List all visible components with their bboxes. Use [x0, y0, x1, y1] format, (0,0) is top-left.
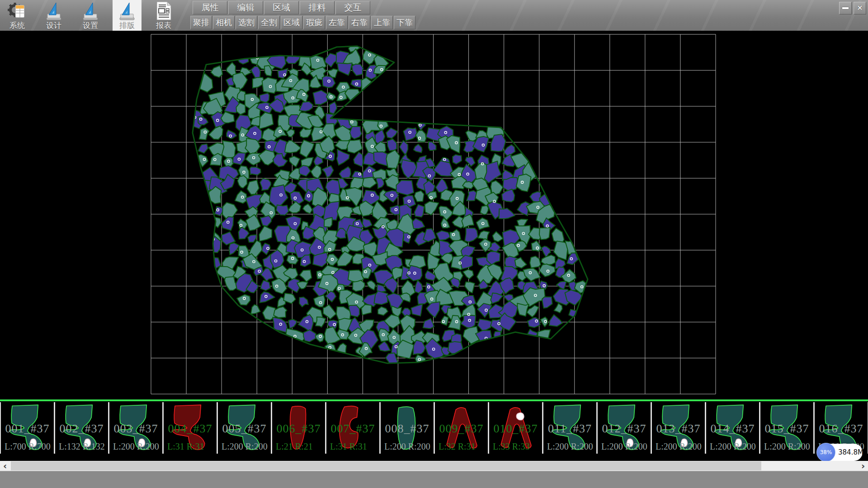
- piece-thumb-014_#37[interactable]: 014_#37L:200 R:200: [706, 402, 760, 454]
- nav-nesting-label: 排版: [119, 21, 135, 30]
- piece-lr-label: L:200 R:200: [113, 441, 164, 452]
- piece-lr-label: L:200 R:200: [547, 441, 598, 452]
- piece-id-label: 016_#37: [815, 422, 868, 436]
- piece-lr-label: L:700 R:700: [5, 441, 55, 452]
- tool-cluster-nest-button[interactable]: 聚排: [190, 16, 212, 29]
- tool-camera-button[interactable]: 相机: [213, 16, 235, 29]
- piece-lr-label: L:33 R:33: [493, 441, 543, 452]
- piece-lr-label: L:32 R:31: [439, 441, 489, 452]
- piece-thumb-008_#37[interactable]: 008_#37L:200 R:200: [381, 402, 435, 454]
- nav-report-label: 报表: [156, 21, 171, 30]
- nav-design-label: 设计: [46, 21, 61, 30]
- scroll-left-button[interactable]: ‹: [0, 461, 10, 471]
- report-icon: [154, 1, 174, 21]
- scroll-right-button[interactable]: ›: [858, 461, 868, 471]
- piece-lr-label: L:200 R:200: [656, 441, 706, 452]
- status-bar: [0, 471, 868, 488]
- piece-lr-label: L:21 R:21: [276, 441, 326, 452]
- close-button[interactable]: ✕: [854, 2, 866, 14]
- menu-tab-attributes[interactable]: 属性: [193, 1, 227, 14]
- piece-thumb-001_#37[interactable]: 001_#37L:700 R:700: [0, 402, 55, 454]
- piece-thumb-012_#37[interactable]: 012_#37L:200 R:200: [598, 402, 652, 454]
- nav-system-label: 系统: [9, 21, 25, 30]
- piece-thumb-007_#37[interactable]: 007_#37L:31 R:31: [326, 402, 381, 454]
- scrollbar-thumb[interactable]: [11, 461, 761, 470]
- piece-id-label: 013_#37: [652, 422, 705, 436]
- piece-lr-label: L:200 R:200: [710, 441, 760, 452]
- piece-lr-label: L:31 R:31: [330, 441, 381, 452]
- minimize-button[interactable]: [839, 2, 852, 14]
- tool-zone-button[interactable]: 区域: [281, 16, 302, 29]
- nav-report-button[interactable]: 报表: [149, 0, 178, 31]
- piece-thumb-010_#37[interactable]: 010_#37L:33 R:33: [489, 402, 543, 454]
- piece-id-label: 005_#37: [218, 422, 271, 436]
- piece-thumb-004_#37[interactable]: 004_#37L:31 R:31: [164, 402, 218, 454]
- tool-align-right-button[interactable]: 右靠: [349, 16, 370, 29]
- piece-id-label: 015_#37: [760, 422, 813, 436]
- piece-id-label: 011_#37: [543, 422, 596, 436]
- piece-id-label: 001_#37: [1, 422, 54, 436]
- menu-tab-interact[interactable]: 交互: [335, 1, 370, 14]
- piece-thumb-005_#37[interactable]: 005_#37L:200 R:200: [218, 402, 272, 454]
- piece-id-label: 004_#37: [164, 422, 217, 436]
- strip-top-line: [0, 399, 868, 401]
- nav-nesting-button[interactable]: 排版: [113, 0, 142, 31]
- piece-lr-label: L:132 R:132: [59, 441, 109, 452]
- menu-tab-row: 属性编辑区域排料交互: [193, 1, 371, 14]
- nav-icon-bar: 系统设计设置排版报表: [3, 0, 178, 31]
- gear-icon: [7, 1, 27, 21]
- nav-settings-label: 设置: [83, 21, 98, 30]
- piece-id-label: 008_#37: [381, 422, 434, 436]
- piece-thumb-009_#37[interactable]: 009_#37L:32 R:31: [435, 402, 489, 454]
- thumbnail-cells: 001_#37L:700 R:700002_#37L:132 R:132003_…: [0, 402, 868, 454]
- piece-lr-label: L:200 R:200: [601, 441, 652, 452]
- hide-nesting-view[interactable]: [0, 31, 868, 399]
- tool-align-bottom-button[interactable]: 下靠: [394, 16, 415, 29]
- nav-system-button[interactable]: 系统: [3, 0, 32, 31]
- progress-percent: 38%: [820, 449, 832, 455]
- memory-value: 384.8M: [838, 448, 863, 456]
- piece-lr-label: L:200 R:200: [384, 441, 435, 452]
- window-controls: ✕: [839, 2, 866, 14]
- titlebar-toolbar: 系统设计设置排版报表 属性编辑区域排料交互 聚排相机选割全割区域瑕疵左靠右靠上靠…: [0, 0, 868, 31]
- tool-align-top-button[interactable]: 上靠: [371, 16, 393, 29]
- piece-thumb-013_#37[interactable]: 013_#37L:200 R:200: [652, 402, 706, 454]
- tool-cut-all-button[interactable]: 全割: [258, 16, 280, 29]
- menu-tab-region[interactable]: 区域: [264, 1, 299, 14]
- piece-id-label: 006_#37: [272, 422, 325, 436]
- piece-id-label: 009_#37: [435, 422, 488, 436]
- tool-button-row: 聚排相机选割全割区域瑕疵左靠右靠上靠下靠: [190, 16, 416, 29]
- tool-align-left-button[interactable]: 左靠: [326, 16, 348, 29]
- close-icon: ✕: [857, 5, 863, 12]
- piece-id-label: 007_#37: [326, 422, 379, 436]
- progress-circle: 38%: [816, 443, 835, 462]
- horizontal-scrollbar[interactable]: ‹ ›: [0, 461, 868, 471]
- tool-select-cut-button[interactable]: 选割: [236, 16, 257, 29]
- memory-usage-badge[interactable]: 38% 384.8M: [817, 444, 863, 461]
- nesting-canvas[interactable]: [0, 31, 868, 399]
- piece-thumb-006_#37[interactable]: 006_#37L:21 R:21: [272, 402, 326, 454]
- minimize-icon: [842, 7, 849, 9]
- menu-tab-edit[interactable]: 编辑: [228, 1, 263, 14]
- piece-lr-label: L:200 R:200: [222, 441, 272, 452]
- piece-id-label: 014_#37: [706, 422, 759, 436]
- piece-thumb-003_#37[interactable]: 003_#37L:200 R:200: [109, 402, 164, 454]
- piece-lr-label: L:31 R:31: [167, 441, 218, 452]
- menu-tab-nest[interactable]: 排料: [300, 1, 335, 14]
- piece-lr-label: L:200 R:200: [764, 441, 815, 452]
- tool-defect-button[interactable]: 瑕疵: [303, 16, 325, 29]
- ruler-icon: [117, 1, 137, 21]
- piece-id-label: 003_#37: [109, 422, 162, 436]
- ruler-icon: [44, 1, 64, 21]
- piece-id-label: 010_#37: [489, 422, 542, 436]
- piece-id-label: 012_#37: [598, 422, 651, 436]
- piece-thumb-002_#37[interactable]: 002_#37L:132 R:132: [55, 402, 109, 454]
- piece-id-label: 002_#37: [55, 422, 108, 436]
- piece-thumb-011_#37[interactable]: 011_#37L:200 R:200: [543, 402, 598, 454]
- piece-thumb-015_#37[interactable]: 015_#37L:200 R:200: [760, 402, 815, 454]
- piece-thumbnail-strip: 001_#37L:700 R:700002_#37L:132 R:132003_…: [0, 399, 868, 461]
- app-window: 系统设计设置排版报表 属性编辑区域排料交互 聚排相机选割全割区域瑕疵左靠右靠上靠…: [0, 0, 868, 488]
- nav-design-button[interactable]: 设计: [39, 0, 68, 31]
- nav-settings-button[interactable]: 设置: [76, 0, 105, 31]
- ruler-icon: [80, 1, 100, 21]
